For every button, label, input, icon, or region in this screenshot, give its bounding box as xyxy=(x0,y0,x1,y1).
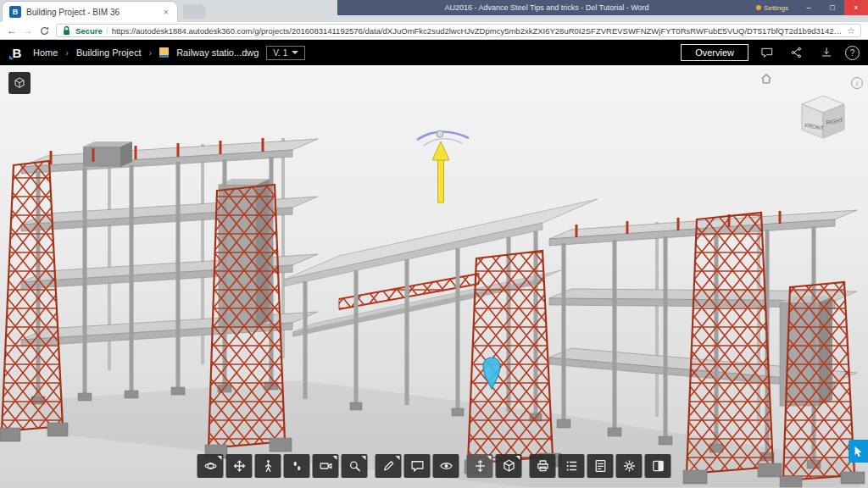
padlock-icon xyxy=(62,25,71,36)
explode-model-icon xyxy=(501,458,516,474)
flyout-arrow-icon xyxy=(516,456,520,460)
comment-button[interactable] xyxy=(404,454,431,478)
refresh-icon xyxy=(39,25,50,36)
pan-icon xyxy=(231,458,247,474)
flyout-arrow-icon xyxy=(333,456,337,460)
footprints-icon xyxy=(289,458,304,474)
pencil-icon xyxy=(381,458,396,474)
back-button[interactable]: ← xyxy=(7,25,17,36)
settings-label: Settings xyxy=(764,4,788,12)
move-button[interactable] xyxy=(467,454,493,478)
breadcrumb-separator: › xyxy=(65,47,69,58)
top-bar: AU2016 - Advance Steel Tips and tricks -… xyxy=(0,0,868,22)
feedback-button[interactable] xyxy=(849,440,868,463)
navigation-tools-group xyxy=(198,454,368,478)
dwg-file-icon xyxy=(159,47,169,58)
flyout-arrow-icon xyxy=(396,456,400,460)
browser-tab[interactable]: B Building Project - BIM 36 × xyxy=(2,1,178,22)
version-label: V. 1 xyxy=(273,48,287,58)
visibility-button[interactable] xyxy=(433,454,459,478)
model-browser-panel-button[interactable] xyxy=(8,72,31,94)
bim360-logo[interactable]: B xyxy=(8,44,25,61)
pan-button[interactable] xyxy=(226,454,253,478)
forward-button[interactable]: → xyxy=(23,25,33,36)
settings-dot-icon xyxy=(756,5,761,10)
file-name: Railway statio...dwg xyxy=(176,47,259,58)
version-dropdown[interactable]: V. 1 xyxy=(266,46,305,60)
download-button[interactable] xyxy=(815,42,837,63)
viewer-toolbar xyxy=(198,454,671,478)
walk-button[interactable] xyxy=(255,454,281,478)
orbit-icon xyxy=(203,458,218,474)
orbit-button[interactable] xyxy=(198,454,224,478)
share-icon xyxy=(790,46,804,59)
comment-icon xyxy=(409,458,425,474)
display-settings-button[interactable] xyxy=(645,454,671,478)
app-header: B Home › Building Project › Railway stat… xyxy=(0,40,868,65)
cursor-icon xyxy=(853,446,864,458)
flyout-arrow-icon xyxy=(362,456,366,460)
flyout-arrow-icon xyxy=(218,456,222,460)
properties-icon xyxy=(593,458,608,474)
word-title: AU2016 - Advance Steel Tips and tricks -… xyxy=(337,3,756,12)
overview-button[interactable]: Overview xyxy=(681,44,748,61)
zoom-icon xyxy=(347,458,362,474)
camera-interactions-button[interactable] xyxy=(313,454,339,478)
close-button[interactable]: × xyxy=(844,0,868,15)
eye-icon xyxy=(438,458,453,474)
omnibox-divider xyxy=(107,26,108,35)
print-button[interactable] xyxy=(530,454,556,478)
contrast-icon xyxy=(650,458,665,474)
maximize-button[interactable]: □ xyxy=(821,0,844,15)
issue-pin-marker[interactable] xyxy=(475,350,509,392)
info-button[interactable]: i xyxy=(851,77,863,89)
view-cube[interactable]: FRONT RIGHT xyxy=(793,86,853,145)
gear-icon xyxy=(621,458,637,474)
window-controls: – □ × xyxy=(797,0,868,15)
model-tools-group xyxy=(467,454,522,478)
url-text[interactable]: https://autodesk1884.autodesk360.com/g/p… xyxy=(112,26,843,36)
camera-icon xyxy=(318,458,333,474)
cube-icon xyxy=(13,76,26,90)
new-tab-button[interactable] xyxy=(183,4,205,19)
browser-toolbar: ← → Secure https://autodesk1884.autodesk… xyxy=(0,22,868,40)
settings-button[interactable] xyxy=(616,454,643,478)
model-browser-button[interactable] xyxy=(559,454,585,478)
markup-tools-group xyxy=(376,454,459,478)
walk-icon xyxy=(260,458,275,474)
comments-button[interactable] xyxy=(756,42,778,63)
home-icon xyxy=(760,72,773,86)
breadcrumb-separator: › xyxy=(148,47,152,58)
chevron-down-icon xyxy=(292,51,298,54)
tab-title: Building Project - BIM 36 xyxy=(26,8,157,17)
explode-button[interactable] xyxy=(496,454,522,478)
home-view-button[interactable] xyxy=(760,72,773,89)
breadcrumb-home[interactable]: Home xyxy=(33,47,58,58)
tab-close-icon[interactable]: × xyxy=(162,7,170,17)
minimize-button[interactable]: – xyxy=(797,0,821,15)
settings-badge[interactable]: Settings xyxy=(756,4,788,12)
word-titlebar: AU2016 - Advance Steel Tips and tricks -… xyxy=(337,0,868,15)
move-icon xyxy=(472,458,487,474)
settings-tools-group xyxy=(530,454,671,478)
tab-favicon: B xyxy=(9,6,21,18)
help-button[interactable]: ? xyxy=(845,46,860,60)
secure-label: Secure xyxy=(75,26,103,36)
flyout-arrow-icon xyxy=(487,456,492,460)
viewer-stage[interactable]: FRONT RIGHT i xyxy=(0,65,868,488)
address-bar[interactable]: Secure https://autodesk1884.autodesk360.… xyxy=(56,24,861,37)
bookmark-star-icon[interactable]: ☆ xyxy=(847,25,855,36)
railway-station-3d-model[interactable] xyxy=(0,65,868,488)
print-icon xyxy=(535,458,550,474)
breadcrumb-project[interactable]: Building Project xyxy=(76,47,141,58)
share-button[interactable] xyxy=(786,42,808,63)
markup-button[interactable] xyxy=(376,454,402,478)
refresh-button[interactable] xyxy=(39,25,50,36)
tree-list-icon xyxy=(564,458,579,474)
download-icon xyxy=(820,46,833,59)
comment-icon xyxy=(760,46,774,59)
zoom-button[interactable] xyxy=(342,454,368,478)
first-person-button[interactable] xyxy=(284,454,310,478)
properties-button[interactable] xyxy=(587,454,614,478)
